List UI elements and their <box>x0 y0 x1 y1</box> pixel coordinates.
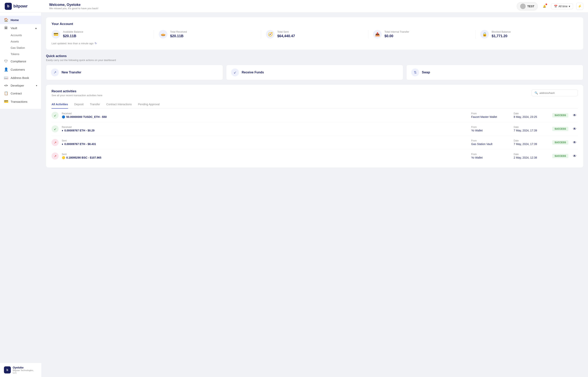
view-button[interactable]: 👁 <box>571 112 578 118</box>
coin-icon: 🔵 <box>62 115 65 118</box>
tab-transfer[interactable]: Transfer <box>90 101 100 109</box>
sidebar-item-gas-station[interactable]: Gas Station <box>0 45 41 51</box>
activity-from: From Yo Wallet <box>471 153 510 159</box>
search-input[interactable] <box>539 92 575 94</box>
total-sent-icon: 🧭 <box>266 30 274 39</box>
vault-submenu: Accounts Assets Gas Station Tokens <box>0 32 41 57</box>
sidebar-item-home[interactable]: 🏠 Home <box>0 16 41 24</box>
tab-pending-approval[interactable]: Pending Approval <box>138 101 160 109</box>
status-badge: SUCCESS <box>552 154 568 158</box>
total-received-value: $20.11B <box>170 34 187 38</box>
user-details: Oyetoke Bitpowr Technologies, LLC <box>13 366 37 374</box>
activity-type: Received <box>62 112 468 115</box>
bell-icon: 🔔 <box>543 5 546 8</box>
sidebar-item-contract-label: Contract <box>11 92 22 95</box>
activity-from: From Gas Station Vault <box>471 139 510 146</box>
vault-icon: 🏛 <box>4 26 8 30</box>
header-welcome: Welcome, Oyetoke We missed you, It's goo… <box>46 3 517 10</box>
sidebar-item-customers[interactable]: 👤 Customers <box>0 65 41 74</box>
sidebar-wrapper: 🏠 Home 🏛 Vault ▲ Accounts Assets Gas Sta… <box>0 12 41 377</box>
activity-date: Date 7 May, 2024, 17:39 <box>514 126 549 132</box>
sidebar-item-vault[interactable]: 🏛 Vault ▲ <box>0 24 41 32</box>
activity-date: Date 7 May, 2024, 17:39 <box>514 139 549 146</box>
refresh-icon[interactable]: ↻ <box>95 42 97 45</box>
logo-icon: b <box>5 3 12 10</box>
compliance-icon: 🛡 <box>4 59 8 63</box>
sidebar-user-info: b Oyetoke Bitpowr Technologies, LLC <box>0 363 41 377</box>
status-badge: SUCCESS <box>552 113 568 118</box>
swap-button[interactable]: ⇅ Swap <box>406 65 583 80</box>
contract-icon: 📋 <box>4 91 8 95</box>
balance-blocked: 🔒 Blocked Balance $1,771.20 <box>475 30 578 39</box>
quick-actions-section: Quick actions Easily carry out the follo… <box>46 54 583 80</box>
header-right: TEST 🔔 📅 All time ▾ ⚡ <box>517 2 583 11</box>
search-icon: 🔍 <box>534 91 538 94</box>
address-book-icon: 📖 <box>4 76 8 80</box>
user-avatar: b <box>4 366 11 374</box>
sidebar-item-contract[interactable]: 📋 Contract <box>0 89 41 97</box>
activity-type: Received <box>62 126 468 129</box>
sidebar-item-developer[interactable]: </> Developer ▾ <box>0 82 41 89</box>
account-card: Your Account 💳 Available Balance $20.11B… <box>46 17 583 50</box>
sidebar-item-developer-label: Developer <box>11 84 24 87</box>
received-arrow-icon: ↙ <box>54 127 57 131</box>
sidebar-item-compliance[interactable]: 🛡 Compliance <box>0 57 41 65</box>
blocked-balance-info: Blocked Balance $1,771.20 <box>492 30 511 38</box>
bolt-icon: ⚡ <box>578 4 582 8</box>
new-transfer-button[interactable]: ↗ New Transfer <box>46 65 223 80</box>
last-updated-text: Last updated: less than a minute ago <box>52 42 93 45</box>
internal-transfer-icon: 📤 <box>373 30 382 39</box>
sidebar-item-address-book[interactable]: 📖 Address Book <box>0 74 41 82</box>
activity-received-icon: ↙ <box>52 112 59 119</box>
sidebar: 🏠 Home 🏛 Vault ▲ Accounts Assets Gas Sta… <box>0 12 41 109</box>
activity-sent-icon: ↗ <box>52 153 59 160</box>
activities-tabs: All Activities Deposit Transfer Contract… <box>52 101 578 109</box>
activity-date: Date 2 May, 2024, 12:38 <box>514 153 549 159</box>
blocked-balance-label: Blocked Balance <box>492 30 511 33</box>
date-filter-dropdown[interactable]: 📅 All time ▾ <box>551 3 573 9</box>
activity-from: From Faucet Master Wallet <box>471 112 510 118</box>
quick-actions-grid: ↗ New Transfer ↙ Receive Funds ⇅ Swap <box>46 65 583 80</box>
activity-row: ↗ Sent ♦ 0.00009767 ETH - $8.431 From Ga… <box>52 136 578 149</box>
customers-icon: 👤 <box>4 67 8 72</box>
tab-all-activities[interactable]: All Activities <box>52 101 68 109</box>
balance-received: 🥧 Total Received $20.11B <box>154 30 261 39</box>
total-received-info: Total Received $20.11B <box>170 30 187 38</box>
date-filter-label: All time <box>558 5 567 8</box>
tab-contract-interactions[interactable]: Contract Interactions <box>106 101 132 109</box>
sidebar-item-accounts[interactable]: Accounts <box>0 32 41 38</box>
total-sent-label: Total Sent <box>277 30 295 33</box>
received-arrow-icon: ↙ <box>54 114 57 117</box>
user-name: Oyetoke <box>13 366 37 369</box>
receive-funds-label: Receive Funds <box>242 71 264 74</box>
activities-title-area: Recent activities See all your recent tr… <box>52 90 102 97</box>
activity-main: Received ♦ 0.00009767 ETH - $0.29 <box>62 126 468 132</box>
chevron-up-icon: ▲ <box>35 27 37 30</box>
sidebar-item-compliance-label: Compliance <box>11 60 26 63</box>
view-button[interactable]: 👁 <box>571 139 578 146</box>
receive-funds-button[interactable]: ↙ Receive Funds <box>226 65 403 80</box>
total-received-icon: 🥧 <box>159 30 167 39</box>
quick-actions-title: Quick actions <box>46 54 583 58</box>
bolt-button[interactable]: ⚡ <box>576 3 583 10</box>
sidebar-item-transactions[interactable]: 💳 Transactions <box>0 97 41 106</box>
search-box: 🔍 <box>531 90 578 96</box>
sidebar-item-tokens[interactable]: Tokens <box>0 51 41 57</box>
balance-sent: 🧭 Total Sent $64,440.47 <box>261 30 368 39</box>
activity-amount: 🔵 50.00000000 TUSDC_ETH - $50 <box>62 115 468 118</box>
sidebar-item-assets[interactable]: Assets <box>0 38 41 45</box>
total-sent-value: $64,440.47 <box>277 34 295 38</box>
coin-icon: 🟡 <box>62 156 65 159</box>
activity-amount: ♦ 0.00009767 ETH - $8.431 <box>62 142 468 146</box>
available-balance-info: Available Balance $20.11B <box>63 30 83 38</box>
activities-subtitle: See all your recent transaction activiti… <box>52 94 102 97</box>
activities-title: Recent activities <box>52 90 102 93</box>
tab-deposit[interactable]: Deposit <box>74 101 84 109</box>
notification-button[interactable]: 🔔 <box>541 3 548 10</box>
chevron-down-icon: ▾ <box>36 84 37 87</box>
view-button[interactable]: 👁 <box>571 126 578 132</box>
total-received-label: Total Received <box>170 30 187 33</box>
view-button[interactable]: 👁 <box>571 153 578 159</box>
balance-available: 💳 Available Balance $20.11B <box>52 30 154 39</box>
env-badge[interactable]: TEST <box>517 2 538 11</box>
